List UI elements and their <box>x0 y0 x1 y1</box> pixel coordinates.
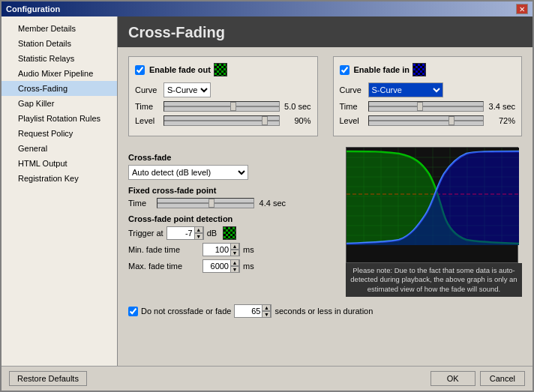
enable-fade-in-checkbox[interactable] <box>340 65 350 75</box>
max-fade-up-btn[interactable]: ▲ <box>230 259 239 266</box>
sidebar-item-audio-mixer[interactable]: Audio Mixer Pipeline <box>2 66 117 81</box>
sidebar-item-registration-key[interactable]: Registration Key <box>2 171 117 186</box>
trigger-label: Trigger at <box>128 229 164 238</box>
min-fade-label: Min. fade time <box>128 245 200 254</box>
left-controls: Cross-fade Auto detect (dB level) Fixed … <box>128 147 335 276</box>
detection-title: Cross-fade point detection <box>128 214 335 223</box>
fade-in-curve-row: Curve S-Curve Linear Log <box>340 82 516 97</box>
page-title: Cross-Fading <box>118 16 532 47</box>
min-fade-spinner[interactable]: ▲ ▼ <box>202 243 240 256</box>
trigger-up-btn[interactable]: ▲ <box>194 226 203 233</box>
crossfade-dropdown[interactable]: Auto detect (dB level) Fixed cross-fade … <box>128 165 248 180</box>
trigger-color-grid <box>223 226 236 240</box>
fixed-time-row: Time 4.4 sec <box>128 198 335 208</box>
do-not-suffix: seconds or less in duration <box>274 307 373 316</box>
fade-out-time-label: Time <box>135 102 164 111</box>
fade-in-curve-label: Curve <box>340 85 368 94</box>
enable-fade-out-label: Enable fade out <box>149 65 211 74</box>
fade-section: Enable fade out Curve S-Curve Linear Log… <box>128 56 522 136</box>
restore-defaults-button[interactable]: Restore Defaults <box>9 371 87 386</box>
max-fade-spinner[interactable]: ▲ ▼ <box>202 259 240 273</box>
fade-out-time-row: Time 5.0 sec <box>135 101 311 112</box>
min-fade-input[interactable] <box>203 244 230 256</box>
do-not-spinner[interactable]: ▲ ▼ <box>234 304 272 318</box>
min-fade-row: Min. fade time ▲ ▼ ms <box>128 243 335 256</box>
fixed-crossfade-title: Fixed cross-fade point <box>128 186 335 195</box>
fade-out-level-label: Level <box>135 116 164 125</box>
fade-out-box: Enable fade out Curve S-Curve Linear Log… <box>128 56 318 136</box>
do-not-row: Do not crossfade or fade ▲ ▼ seconds or … <box>128 304 522 318</box>
fade-in-time-value: 3.4 sec <box>484 102 515 111</box>
trigger-row: Trigger at ▲ ▼ dB <box>128 226 335 240</box>
sidebar-item-station-details[interactable]: Station Details <box>2 36 117 51</box>
min-fade-down-btn[interactable]: ▼ <box>230 250 239 256</box>
window-title: Configuration <box>6 4 60 13</box>
fade-in-time-slider[interactable] <box>368 101 484 112</box>
trigger-unit: dB <box>207 229 217 238</box>
sidebar-item-member-details[interactable]: Member Details <box>2 21 117 36</box>
title-bar: Configuration ✕ <box>2 1 532 16</box>
sidebar: Member Details Station Details Statistic… <box>2 16 118 366</box>
max-fade-input[interactable] <box>203 260 230 272</box>
do-not-crossfade-checkbox[interactable] <box>128 307 138 316</box>
fade-in-header: Enable fade in <box>340 63 516 76</box>
content-area: Cross-Fading Enable fade out Curve S-Cur… <box>118 16 532 366</box>
fade-out-level-value: 90% <box>280 116 311 125</box>
enable-fade-out-checkbox[interactable] <box>135 65 145 75</box>
sidebar-item-statistic-relays[interactable]: Statistic Relays <box>2 51 117 66</box>
graph-panel: Please note: Due to the fact that some d… <box>346 147 522 297</box>
fixed-time-value: 4.4 sec <box>254 199 286 208</box>
fade-in-level-row: Level 72% <box>340 115 516 126</box>
do-not-down-btn[interactable]: ▼ <box>262 311 271 318</box>
sidebar-item-request-policy[interactable]: Request Policy <box>2 126 117 141</box>
configuration-window: Configuration ✕ Member Details Station D… <box>0 0 534 392</box>
fade-in-level-label: Level <box>340 116 368 125</box>
fixed-time-slider[interactable] <box>157 198 254 208</box>
max-fade-unit: ms <box>243 262 254 271</box>
bottom-section: Cross-fade Auto detect (dB level) Fixed … <box>128 147 522 297</box>
do-not-input[interactable] <box>235 305 262 317</box>
fade-out-level-row: Level 90% <box>135 115 311 126</box>
trigger-input[interactable] <box>167 227 194 239</box>
sidebar-item-general[interactable]: General <box>2 141 117 156</box>
fade-out-curve-row: Curve S-Curve Linear Log <box>135 82 311 97</box>
min-fade-up-btn[interactable]: ▲ <box>230 243 239 250</box>
max-fade-down-btn[interactable]: ▼ <box>230 266 239 273</box>
crossfade-title: Cross-fade <box>128 153 335 162</box>
ok-button[interactable]: OK <box>430 371 476 386</box>
min-fade-unit: ms <box>243 245 254 254</box>
fade-out-curve-select[interactable]: S-Curve Linear Log <box>164 82 211 97</box>
sidebar-item-cross-fading[interactable]: Cross-Fading <box>2 81 117 96</box>
sidebar-item-rotation-rules[interactable]: Playlist Rotation Rules <box>2 111 117 126</box>
trigger-spinner[interactable]: ▲ ▼ <box>166 226 204 240</box>
fade-in-time-label: Time <box>340 102 368 111</box>
fade-in-curve-select[interactable]: S-Curve Linear Log <box>368 82 443 97</box>
fade-out-time-slider[interactable] <box>164 101 280 112</box>
sidebar-item-gap-killer[interactable]: Gap Killer <box>2 96 117 111</box>
sidebar-item-html-output[interactable]: HTML Output <box>2 156 117 171</box>
fade-out-curve-label: Curve <box>135 85 164 94</box>
fade-out-header: Enable fade out <box>135 63 311 76</box>
bottom-bar: Restore Defaults OK Cancel <box>2 366 532 391</box>
dialog-buttons: OK Cancel <box>430 371 525 386</box>
fade-out-time-value: 5.0 sec <box>280 102 311 111</box>
fade-out-color-grid <box>214 63 227 76</box>
close-button[interactable]: ✕ <box>516 4 528 14</box>
graph-note: Please note: Due to the fact that some d… <box>346 263 522 297</box>
fade-out-level-slider[interactable] <box>164 115 280 126</box>
fixed-time-label: Time <box>128 199 157 208</box>
do-not-label: Do not crossfade or fade <box>141 307 231 316</box>
enable-fade-in-label: Enable fade in <box>354 65 410 74</box>
fade-in-level-value: 72% <box>484 116 515 125</box>
trigger-down-btn[interactable]: ▼ <box>194 233 203 240</box>
max-fade-label: Max. fade time <box>128 262 200 271</box>
fade-in-color-grid <box>412 63 426 76</box>
graph-container <box>346 147 518 263</box>
cancel-button[interactable]: Cancel <box>480 371 525 386</box>
fade-in-time-row: Time 3.4 sec <box>340 101 516 112</box>
max-fade-row: Max. fade time ▲ ▼ ms <box>128 259 335 273</box>
fade-in-box: Enable fade in Curve S-Curve Linear Log … <box>333 56 523 136</box>
do-not-up-btn[interactable]: ▲ <box>262 304 271 311</box>
fade-in-level-slider[interactable] <box>368 115 484 126</box>
crossfade-graph <box>346 148 519 245</box>
